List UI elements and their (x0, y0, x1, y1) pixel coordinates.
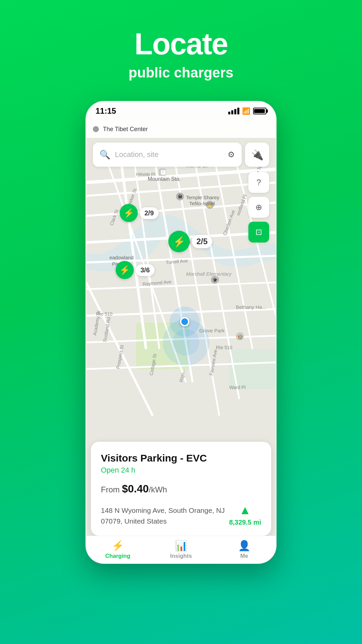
charging-nav-label: Charging (105, 553, 130, 559)
pin-circle-3: ⚡ (116, 261, 134, 279)
pin-label-2: 2/5 (192, 235, 212, 248)
status-time: 11:15 (96, 106, 116, 116)
navigation-section[interactable]: ▲ 8,329.5 mi (229, 503, 261, 526)
svg-text:Mountain Sta.: Mountain Sta. (148, 176, 181, 182)
svg-text:Ward Pl: Ward Pl (229, 385, 246, 390)
me-nav-icon: 👤 (238, 540, 250, 551)
pin-label-1: 2/9 (140, 207, 159, 219)
charging-nav-icon: ⚡ (112, 540, 124, 551)
info-card-bottom: 148 N Wyoming Ave, South Orange, NJ 0707… (101, 503, 261, 526)
map-controls: ? ⊕ ⊡ (248, 172, 269, 243)
pin-circle-1: ⚡ (120, 204, 138, 222)
station-pin-2[interactable]: ⚡ 2/5 (168, 231, 212, 252)
filter-icon[interactable]: ⚙ (228, 150, 235, 159)
svg-text:Temple Sharey: Temple Sharey (186, 195, 220, 200)
info-card-address: 148 N Wyoming Ave, South Orange, NJ 0707… (101, 505, 229, 526)
me-nav-label: Me (240, 553, 248, 559)
svg-text:🎓: 🎓 (213, 277, 218, 282)
nav-me[interactable]: 👤 Me (213, 540, 276, 559)
station-pin-1[interactable]: ⚡ 2/9 (120, 204, 159, 222)
charger-icon: 🔌 (251, 149, 263, 161)
phone-mockup: Morris St Clark St Meeker St Irving Ave … (85, 101, 277, 564)
help-button[interactable]: ? (248, 172, 269, 193)
location-name: The Tibet Center (103, 126, 148, 133)
header-section: Locate public chargers (129, 0, 234, 81)
address-line1: 148 N Wyoming Ave, South Orange, NJ (101, 506, 225, 514)
info-card-status: Open 24 h (101, 466, 261, 475)
insights-nav-icon: 📊 (175, 540, 187, 551)
wifi-icon: 📶 (242, 107, 250, 115)
location-bar: The Tibet Center (86, 120, 276, 138)
location-dot-icon (93, 126, 99, 132)
address-line2: 07079, United States (101, 517, 167, 525)
pin-label-3: 3/6 (136, 264, 155, 276)
svg-text:Bethany Ha...: Bethany Ha... (236, 305, 266, 310)
info-card-name: Visitors Parking - EVC (101, 452, 261, 464)
locate-button[interactable]: ⊕ (248, 197, 269, 218)
info-card[interactable]: Visitors Parking - EVC Open 24 h From $0… (91, 442, 271, 536)
search-icon: 🔍 (100, 150, 110, 160)
status-bar: 11:15 📶 (86, 102, 276, 120)
status-icons: 📶 (228, 107, 266, 115)
search-input-container[interactable]: 🔍 Location, site ⚙ (93, 143, 242, 167)
nav-charging[interactable]: ⚡ Charging (86, 540, 149, 559)
svg-text:Marshall Elementary: Marshall Elementary (186, 271, 232, 277)
svg-text:eadowland: eadowland (110, 255, 134, 260)
nav-arrow-icon: ▲ (239, 503, 251, 517)
price-unit: /kWh (149, 485, 167, 494)
price-prefix: From (101, 485, 122, 494)
search-bar[interactable]: 🔍 Location, site ⚙ 🔌 (93, 143, 269, 167)
signal-icon (228, 108, 239, 114)
svg-text:🅿: 🅿 (161, 170, 166, 175)
info-card-price: From $0.40/kWh (101, 483, 261, 495)
current-location (180, 317, 189, 326)
svg-text:Tefilo-Israel: Tefilo-Israel (189, 201, 215, 206)
charger-button[interactable]: 🔌 (245, 143, 269, 167)
page-subtitle: public chargers (129, 65, 234, 81)
search-input[interactable]: Location, site (115, 150, 223, 159)
svg-text:🏛: 🏛 (178, 194, 183, 199)
svg-text:Rte 510: Rte 510 (216, 345, 232, 350)
pin-circle-2: ⚡ (168, 231, 190, 252)
battery-icon (253, 108, 266, 114)
nav-distance: 8,329.5 mi (229, 519, 261, 526)
bottom-nav: ⚡ Charging 📊 Insights 👤 Me (86, 536, 276, 563)
svg-text:🏫: 🏫 (238, 334, 243, 339)
nav-insights[interactable]: 📊 Insights (149, 540, 213, 559)
page-title: Locate (129, 27, 234, 61)
insights-nav-label: Insights (170, 553, 192, 559)
scan-button[interactable]: ⊡ (248, 222, 269, 243)
price-value: $0.40 (122, 483, 149, 495)
station-pin-3[interactable]: ⚡ 3/6 (116, 261, 155, 279)
